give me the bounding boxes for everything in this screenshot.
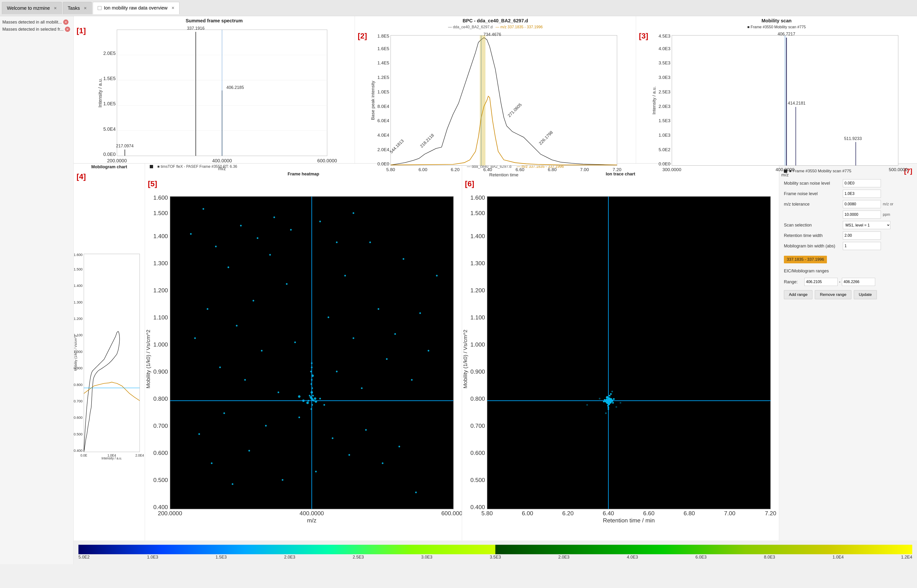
tab-tasks-label: Tasks: [68, 5, 80, 11]
svg-text:0.0E0: 0.0E0: [659, 162, 670, 166]
mobility-scan-noise-row: Mobility scan noise level: [784, 179, 912, 187]
retention-time-input[interactable]: [843, 231, 881, 239]
chart-6-svg[interactable]: 0.400 0.500 0.600 0.700 0.800 0.900 1.00…: [462, 178, 779, 541]
scale-tick-0: 5.0E2: [78, 555, 90, 560]
chart-2-inner[interactable]: [2] 0.0E0 2.0E4 4.0E4 6.0E4 8.0E4 1.0E5 …: [355, 30, 636, 177]
tab-welcome-close[interactable]: ✕: [54, 6, 57, 10]
sidebar-item-1-close[interactable]: ✕: [65, 27, 70, 32]
svg-point-163: [365, 429, 367, 431]
svg-text:6.00: 6.00: [418, 167, 427, 172]
svg-text:1.300: 1.300: [74, 300, 82, 304]
chart-5-panel: ■ timsTOF fleX - PASEF Frame #3550 RT: 6…: [145, 163, 462, 541]
frame-noise-input[interactable]: [843, 190, 881, 198]
tab-ion-mobility-close[interactable]: ✕: [171, 6, 174, 10]
svg-text:400.0000: 400.0000: [299, 510, 324, 517]
chart-1-panel: Summed frame spectrum [1] 0.0E0 5.0E4 1.…: [74, 16, 355, 163]
svg-text:1.200: 1.200: [153, 287, 168, 294]
svg-text:1.4E5: 1.4E5: [378, 60, 389, 65]
sidebar-item-0-close[interactable]: ✕: [63, 19, 68, 25]
svg-point-176: [352, 212, 354, 214]
svg-text:Mobility (1/k0) / Vs/cm^2: Mobility (1/k0) / Vs/cm^2: [462, 330, 468, 389]
tab-tasks[interactable]: Tasks ✕: [63, 2, 92, 14]
chart-2-panel: BPC - dda_ce40_BA2_6297.d — dda_ce40_BA2…: [355, 16, 636, 163]
chart-3-svg[interactable]: 0.0E0 5.0E2 1.0E3 1.5E3 2.0E3 2.5E3 3.0E…: [636, 30, 917, 177]
svg-text:1.2E5: 1.2E5: [378, 75, 389, 80]
sidebar: Masses detected in all mobilit... ✕ Mass…: [0, 16, 74, 564]
mobilogram-bin-row: Mobilogram bin width (abs): [784, 242, 912, 250]
svg-point-116: [309, 395, 310, 396]
svg-point-175: [336, 241, 337, 243]
chart-1-inner[interactable]: [1] 0.0E0 5.0E4 1.0E5 1.5E5 2.0E5 Intens…: [74, 24, 355, 171]
svg-point-159: [298, 417, 300, 418]
svg-text:1.300: 1.300: [470, 260, 485, 267]
mobilogram-bin-label: Mobilogram bin width (abs): [784, 244, 841, 249]
scale-gradient: [78, 545, 912, 554]
charts-area: Summed frame spectrum [1] 0.0E0 5.0E4 1.…: [74, 16, 917, 564]
svg-text:414.2181: 414.2181: [788, 101, 806, 105]
svg-text:Intensity / a.u.: Intensity / a.u.: [102, 456, 122, 460]
svg-point-157: [265, 425, 267, 426]
svg-text:1.5E5: 1.5E5: [103, 76, 116, 81]
svg-text:Mobility (1/k0) / Vs/cm^2: Mobility (1/k0) / Vs/cm^2: [145, 330, 151, 389]
chart-5-svg[interactable]: 0.400 0.500 0.600 0.700 0.800 0.900 1.00…: [145, 178, 462, 541]
chart-5-inner[interactable]: [5] 0.400 0.500 0.600 0.700 0.800 0.900 …: [145, 178, 462, 541]
mobilogram-bin-input[interactable]: [843, 242, 881, 250]
svg-point-142: [361, 388, 363, 389]
tab-ion-mobility[interactable]: Ion mobility raw data overview ✕: [93, 2, 179, 14]
svg-text:0.400: 0.400: [74, 449, 82, 452]
mz-tolerance-label: m/z tolerance: [784, 202, 841, 207]
mz-tolerance-ppm-input[interactable]: [843, 211, 881, 219]
svg-text:1.600: 1.600: [74, 253, 82, 257]
chart-3-subtitle: ■ Frame #3550 Mobility scan #775: [636, 24, 917, 30]
svg-text:1.5E3: 1.5E3: [659, 118, 670, 123]
svg-point-117: [314, 397, 316, 400]
svg-point-151: [436, 275, 438, 276]
retention-time-row: Retention time width: [784, 231, 912, 239]
scale-gradient-left: [78, 545, 496, 554]
tab-ion-mobility-label: Ion mobility raw data overview: [104, 5, 168, 11]
chart-6-inner[interactable]: [6] 0.400 0.500 0.600 0.700 0.800 0.900 …: [462, 178, 779, 541]
tab-tasks-close[interactable]: ✕: [84, 6, 87, 10]
range-to-input[interactable]: [842, 278, 875, 286]
svg-text:406.2185: 406.2185: [226, 85, 244, 90]
range-from-input[interactable]: [804, 278, 838, 286]
mobility-scan-noise-input[interactable]: [843, 179, 881, 187]
svg-text:1.600: 1.600: [153, 194, 168, 201]
add-range-button[interactable]: Add range: [784, 290, 812, 299]
svg-text:3.5E3: 3.5E3: [659, 60, 670, 65]
mz-unit-ppm: ppm: [883, 212, 890, 217]
svg-point-132: [298, 395, 301, 398]
svg-point-137: [323, 404, 325, 406]
svg-text:4.5E3: 4.5E3: [659, 34, 670, 39]
svg-point-145: [386, 358, 387, 360]
chart-4-inner[interactable]: [4] 0.400 0.500 0.600 0.700 0.800 0.900 …: [74, 170, 145, 541]
svg-text:1.300: 1.300: [153, 260, 168, 267]
update-button[interactable]: Update: [854, 290, 877, 299]
svg-text:5.80: 5.80: [481, 510, 493, 517]
svg-point-141: [352, 337, 354, 339]
svg-point-168: [202, 208, 204, 210]
eic-label: EIC/Mobilogram ranges: [784, 268, 912, 273]
svg-text:400.0000: 400.0000: [212, 158, 232, 163]
svg-text:0.0E: 0.0E: [80, 454, 87, 457]
chart-1-svg[interactable]: 0.0E0 5.0E4 1.0E5 1.5E5 2.0E5 Intensity …: [74, 24, 355, 171]
svg-text:0.800: 0.800: [74, 383, 82, 387]
svg-text:0.600: 0.600: [153, 450, 168, 456]
svg-text:3.0E3: 3.0E3: [659, 75, 670, 80]
chart-4-svg[interactable]: 0.400 0.500 0.600 0.700 0.800 0.900 1.00…: [74, 170, 145, 541]
chart-3-inner[interactable]: [3] 0.0E0 5.0E2 1.0E3 1.5E3 2.0E3 2.5E3 …: [636, 30, 917, 177]
svg-point-162: [349, 454, 350, 456]
range-dash: -: [839, 279, 841, 284]
svg-text:600.0000: 600.0000: [441, 510, 462, 517]
tab-welcome[interactable]: Welcome to mzmine ✕: [2, 2, 62, 14]
mz-tolerance-abs-input[interactable]: [843, 200, 881, 208]
chart-2-svg[interactable]: 0.0E0 2.0E4 4.0E4 6.0E4 8.0E4 1.0E5 1.2E…: [355, 30, 636, 177]
scan-selection-dropdown[interactable]: MS1, level = 1 MS2, level = 2: [843, 221, 890, 229]
remove-range-button[interactable]: Remove range: [815, 290, 851, 299]
svg-text:Base peak intensity: Base peak intensity: [370, 81, 375, 120]
svg-text:4.0E4: 4.0E4: [378, 132, 389, 137]
svg-point-148: [411, 379, 413, 381]
chart-2-number: [2]: [358, 32, 367, 40]
svg-text:m/z: m/z: [218, 166, 226, 171]
scale-tick-10: 8.0E3: [764, 555, 775, 560]
